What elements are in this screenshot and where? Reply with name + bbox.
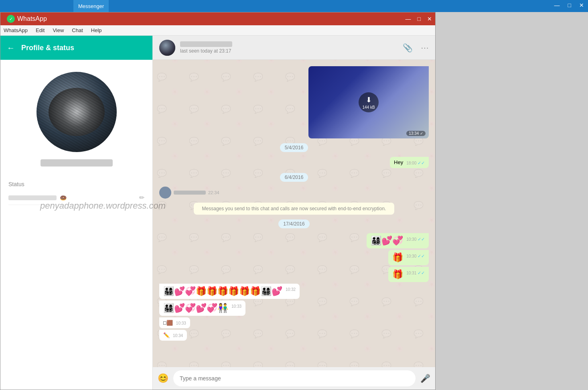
menu-view[interactable]: View bbox=[53, 27, 64, 33]
main-content: ← Profile & status Status bbox=[0, 36, 435, 390]
chat-area: last seen today at 23:17 📎 ⋯ ⬇ 144 kB bbox=[153, 36, 435, 390]
image-time: 13:34 ✓ bbox=[406, 131, 426, 136]
message-bubble: 👨‍👩‍👧‍👦💕💞 10:30 ✓✓ bbox=[367, 233, 429, 248]
sidebar-title: Profile & status bbox=[21, 44, 74, 52]
contact-avatar-image bbox=[159, 40, 175, 56]
whatsapp-logo-icon: ✓ bbox=[7, 15, 15, 23]
titlebar-controls: — □ ✕ bbox=[406, 16, 432, 22]
message-row: ✏️ 10:34 bbox=[159, 330, 429, 341]
input-bar: 😊 🎤 bbox=[153, 367, 435, 390]
messenger-tab[interactable]: Messenger bbox=[73, 0, 109, 12]
message-text: 👨‍👩‍👧‍👦💕💞 bbox=[371, 236, 403, 246]
read-ticks: ✓✓ bbox=[418, 254, 425, 258]
profile-area bbox=[0, 60, 152, 175]
minimize-button[interactable]: — bbox=[406, 16, 411, 22]
message-row: 🎁 10:31 ✓✓ bbox=[159, 267, 429, 282]
read-ticks: ✓✓ bbox=[418, 270, 425, 275]
message-bubble: Hey 18:00 ✓✓ bbox=[390, 157, 429, 168]
chat-header: last seen today at 23:17 📎 ⋯ bbox=[153, 36, 435, 60]
message-time: 10:31 ✓✓ bbox=[406, 270, 425, 276]
app-title: WhatsApp bbox=[17, 15, 47, 22]
taskbar-maximize[interactable]: □ bbox=[568, 2, 571, 8]
date-separator: 6/4/2016 bbox=[159, 173, 429, 182]
encryption-text: Messages you send to this chat and calls… bbox=[202, 206, 386, 211]
sender-name-blurred bbox=[174, 191, 206, 195]
menu-chat[interactable]: Chat bbox=[72, 27, 83, 33]
menu-whatsapp[interactable]: WhatsApp bbox=[4, 27, 28, 33]
message-row: 👨‍👩‍👧‍👦💕💞🎁🎁🎁🎁🎁🎁👨‍👩‍👧‍👦💕 10:32 bbox=[159, 284, 429, 299]
message-row: ⬇ 144 kB 13:34 ✓ bbox=[159, 66, 429, 138]
incoming-group: 22:34 bbox=[159, 187, 219, 199]
messenger-tab-label: Messenger bbox=[78, 3, 104, 9]
message-text: Hey bbox=[394, 159, 403, 165]
back-button[interactable]: ← bbox=[7, 43, 15, 53]
more-options-icon[interactable]: ⋯ bbox=[421, 43, 429, 53]
date-separator: 5/4/2016 bbox=[159, 143, 429, 152]
status-section: Status 🍩 ✏ bbox=[0, 175, 152, 208]
message-row: 22:34 bbox=[159, 187, 429, 199]
file-size: 144 kB bbox=[362, 105, 375, 110]
message-time: 10:33 bbox=[231, 304, 241, 309]
status-row: 🍩 ✏ bbox=[8, 191, 144, 205]
image-placeholder: ⬇ 144 kB 13:34 ✓ bbox=[308, 66, 429, 138]
download-icon: ⬇ bbox=[366, 95, 372, 104]
profile-avatar[interactable] bbox=[36, 72, 117, 152]
sender-time: 22:34 bbox=[208, 190, 219, 195]
message-time: 10:30 ✓✓ bbox=[406, 254, 425, 259]
messages-area[interactable]: ⬇ 144 kB 13:34 ✓ 5/4/2016 Hey bbox=[153, 60, 435, 367]
message-text: □🟫 bbox=[163, 320, 173, 326]
taskbar-minimize[interactable]: — bbox=[554, 2, 560, 8]
attachment-icon[interactable]: 📎 bbox=[403, 43, 413, 53]
sender-avatar bbox=[159, 187, 171, 199]
read-ticks: ✓✓ bbox=[418, 160, 425, 165]
date-label: 6/4/2016 bbox=[280, 173, 308, 182]
message-time: 10:33 bbox=[176, 321, 186, 325]
window-controls: — □ ✕ bbox=[554, 2, 584, 8]
whatsapp-window: ✓ WhatsApp — □ ✕ WhatsApp Edit View Chat… bbox=[0, 12, 436, 390]
status-text: 🍩 bbox=[8, 195, 67, 201]
message-bubble: 🎁 10:31 ✓✓ bbox=[388, 267, 429, 282]
message-row: 🎁 10:30 ✓✓ bbox=[159, 250, 429, 265]
profile-status-header: ← Profile & status bbox=[0, 36, 152, 60]
date-label: 5/4/2016 bbox=[280, 143, 308, 152]
maximize-button[interactable]: □ bbox=[418, 16, 421, 22]
message-row: Hey 18:00 ✓✓ bbox=[159, 157, 429, 168]
message-bubble: ✏️ 10:34 bbox=[159, 330, 187, 341]
taskbar-close[interactable]: ✕ bbox=[579, 2, 584, 8]
message-time: 18:00 ✓✓ bbox=[406, 160, 425, 166]
message-bubble: 👨‍👩‍👧‍👦💕💞🎁🎁🎁🎁🎁🎁👨‍👩‍👧‍👦💕 10:32 bbox=[159, 284, 300, 299]
message-time: 10:32 bbox=[286, 287, 296, 292]
message-bubble: 👨‍👩‍👧‍👦💕💞💕💞👫 10:33 bbox=[159, 301, 245, 316]
date-separator: 17/4/2016 bbox=[159, 219, 429, 228]
status-label: Status bbox=[8, 181, 144, 187]
emoji-button[interactable]: 😊 bbox=[158, 373, 168, 384]
profile-name-blurred bbox=[41, 159, 113, 167]
title-bar: ✓ WhatsApp — □ ✕ bbox=[0, 12, 435, 25]
date-label: 17/4/2016 bbox=[278, 219, 309, 228]
encryption-notice: Messages you send to this chat and calls… bbox=[194, 203, 394, 215]
read-ticks: ✓✓ bbox=[418, 237, 425, 242]
message-input[interactable] bbox=[173, 370, 416, 386]
download-overlay[interactable]: ⬇ 144 kB bbox=[359, 92, 379, 112]
message-text: 🎁 bbox=[392, 252, 403, 262]
mic-button[interactable]: 🎤 bbox=[420, 374, 430, 383]
close-button[interactable]: ✕ bbox=[427, 16, 432, 22]
message-text: 🎁 bbox=[392, 269, 403, 279]
menu-edit[interactable]: Edit bbox=[36, 27, 45, 33]
app-logo: ✓ WhatsApp bbox=[4, 12, 50, 25]
message-row: 👨‍👩‍👧‍👦💕💞 10:30 ✓✓ bbox=[159, 233, 429, 248]
message-row: □🟫 10:33 bbox=[159, 317, 429, 328]
contact-status: last seen today at 23:17 bbox=[180, 48, 403, 54]
message-text: ✏️ bbox=[163, 332, 170, 338]
message-text: 👨‍👩‍👧‍👦💕💞🎁🎁🎁🎁🎁🎁👨‍👩‍👧‍👦💕 bbox=[163, 286, 282, 296]
message-row: 👨‍👩‍👧‍👦💕💞💕💞👫 10:33 bbox=[159, 301, 429, 316]
status-blurred bbox=[8, 195, 57, 200]
message-text: 👨‍👩‍👧‍👦💕💞💕💞👫 bbox=[163, 303, 228, 313]
contact-avatar[interactable] bbox=[159, 40, 175, 56]
message-bubble: □🟫 10:33 bbox=[159, 317, 190, 328]
menu-help[interactable]: Help bbox=[91, 27, 102, 33]
edit-status-button[interactable]: ✏ bbox=[139, 194, 144, 201]
image-bubble[interactable]: ⬇ 144 kB 13:34 ✓ bbox=[308, 66, 429, 138]
contact-info: last seen today at 23:17 bbox=[180, 41, 403, 54]
message-time: 10:34 bbox=[173, 333, 183, 338]
